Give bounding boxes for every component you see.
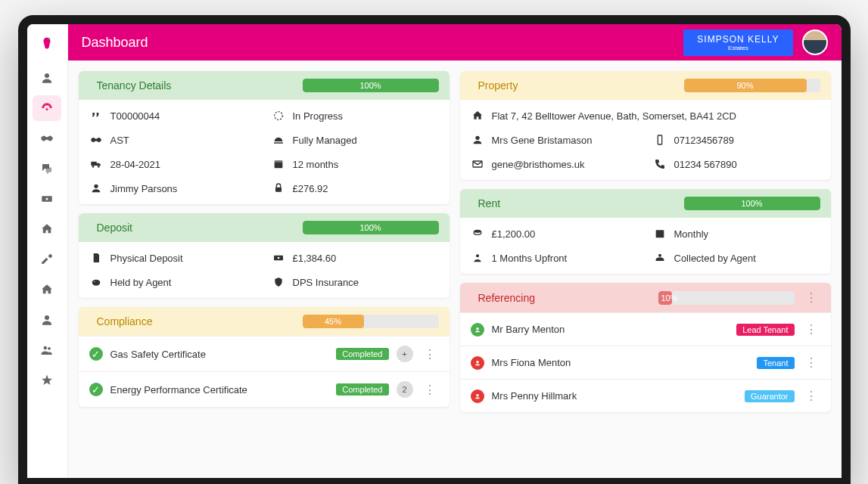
user-circle-icon (471, 323, 484, 337)
role-badge: Lead Tenant (736, 324, 794, 336)
svg-point-1 (46, 108, 48, 110)
quote-icon (89, 109, 103, 123)
lock-icon (272, 182, 285, 195)
sidebar (27, 24, 68, 478)
property-progress: 90% (684, 79, 820, 92)
svg-point-26 (474, 230, 481, 233)
tenancy-card: Tenancy Details 100% T00000044 In Progre… (79, 71, 450, 204)
svg-point-17 (277, 257, 279, 259)
property-title: Property (478, 79, 518, 92)
nav-person-icon[interactable] (33, 307, 61, 333)
nav-user-icon[interactable] (33, 65, 61, 91)
user-avatar[interactable] (802, 29, 828, 55)
svg-point-7 (274, 112, 282, 120)
kebab-icon[interactable]: ⋮ (802, 290, 820, 305)
svg-rect-11 (274, 160, 282, 163)
cloche-icon (272, 133, 285, 147)
deposit-title: Deposit (97, 222, 132, 234)
svg-point-5 (44, 346, 48, 350)
svg-point-31 (476, 361, 478, 363)
kebab-icon[interactable]: ⋮ (421, 383, 439, 397)
referencing-row: Mr Barry Menton Lead Tenant⋮ (460, 312, 831, 346)
compliance-progress: 45% (303, 315, 439, 328)
compliance-title: Compliance (97, 315, 153, 327)
svg-rect-27 (655, 230, 664, 237)
referencing-row: Mrs Fiona Menton Tenant⋮ (460, 346, 831, 379)
role-badge: Guarantor (745, 390, 795, 402)
svg-point-32 (476, 394, 478, 396)
check-icon: ✓ (89, 383, 103, 396)
tenancy-title: Tenancy Details (97, 79, 172, 92)
home-icon (471, 109, 484, 123)
nav-tools-icon[interactable] (33, 247, 61, 272)
rent-card: Rent 100% £1,200.00 Monthly 1 Months Upf… (460, 189, 831, 274)
kebab-icon[interactable]: ⋮ (802, 322, 820, 337)
page-title: Dashboard (82, 35, 148, 51)
header: Dashboard SIMPSON KELLY Estates (68, 24, 842, 60)
nav-money-icon[interactable] (33, 186, 61, 212)
brand-badge[interactable]: SIMPSON KELLY Estates (683, 29, 792, 56)
svg-rect-23 (658, 135, 661, 144)
svg-point-30 (476, 327, 478, 330)
rent-title: Rent (478, 197, 501, 209)
kebab-icon[interactable]: ⋮ (421, 347, 439, 361)
upfront-icon (471, 251, 484, 265)
nav-dashboard-icon[interactable] (33, 95, 61, 121)
status-badge: Completed (336, 383, 388, 396)
user-circle-icon (471, 356, 484, 370)
referencing-card: Referencing 10% ⋮ Mr Barry Menton Lead T… (460, 283, 831, 412)
nav-handshake-icon[interactable] (33, 126, 61, 151)
compliance-row: ✓Energy Performance Certificate Complete… (79, 371, 450, 407)
role-badge: Tenant (757, 357, 794, 369)
nav-star-icon[interactable] (33, 368, 61, 393)
hand-icon (653, 251, 667, 265)
email-icon (471, 157, 484, 171)
person-icon (89, 182, 103, 195)
calendar-icon (272, 157, 285, 171)
svg-point-29 (658, 254, 661, 257)
svg-point-19 (94, 281, 95, 282)
svg-point-12 (94, 185, 98, 188)
handshake-icon (89, 133, 103, 147)
document-icon (89, 251, 103, 265)
referencing-row: Mrs Penny Hillmark Guarantor⋮ (460, 379, 831, 412)
check-icon: ✓ (89, 347, 103, 361)
kebab-icon[interactable]: ⋮ (802, 355, 820, 370)
cash-icon (272, 251, 285, 265)
svg-point-0 (45, 73, 49, 78)
svg-point-22 (475, 136, 479, 140)
coins-icon (471, 227, 484, 240)
compliance-card: Compliance 45% ✓Gas Safety Certificate C… (79, 307, 450, 407)
referencing-progress: 10% (658, 291, 795, 305)
nav-property-icon[interactable] (33, 277, 61, 302)
property-card: Property 90% Flat 7, 42 Belltower Avenue… (460, 71, 831, 180)
person-icon (471, 133, 484, 147)
status-badge: Completed (336, 348, 388, 360)
svg-point-18 (92, 280, 100, 286)
deposit-progress: 100% (303, 221, 439, 234)
piggy-icon (89, 275, 103, 289)
compliance-row: ✓Gas Safety Certificate Completed + ⋮ (79, 336, 450, 371)
svg-rect-13 (275, 188, 282, 192)
nav-group-icon[interactable] (33, 337, 61, 363)
svg-point-8 (92, 166, 94, 168)
referencing-title: Referencing (478, 292, 536, 304)
nav-home-icon[interactable] (33, 216, 61, 242)
rent-progress: 100% (684, 197, 820, 210)
logo-icon (36, 32, 58, 54)
truck-icon (89, 157, 103, 171)
nav-chat-icon[interactable] (33, 156, 61, 182)
svg-point-4 (45, 315, 49, 320)
comment-chip[interactable]: + (397, 346, 413, 362)
svg-point-3 (46, 198, 48, 200)
svg-point-6 (48, 347, 51, 350)
mobile-icon (653, 133, 667, 147)
shield-icon (272, 275, 285, 289)
kebab-icon[interactable]: ⋮ (802, 389, 820, 403)
tenancy-progress: 100% (303, 79, 439, 92)
comment-chip[interactable]: 2 (397, 381, 413, 398)
progress-icon (272, 109, 285, 123)
svg-point-9 (98, 166, 100, 168)
calendar-icon (653, 227, 667, 240)
deposit-card: Deposit 100% Physical Deposit £1,384.60 … (79, 213, 450, 298)
